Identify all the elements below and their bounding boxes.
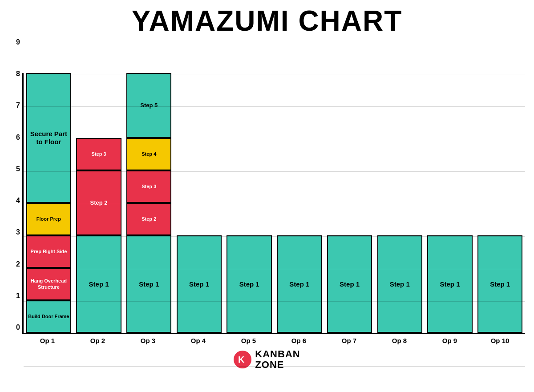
column-op-1: Build Door FrameHang Overhead StructureP…	[24, 73, 74, 333]
bar-6-0: Step 1	[327, 235, 372, 333]
x-axis-labels: Op 1Op 2Op 3Op 4Op 5Op 6Op 7Op 8Op 9Op 1…	[22, 334, 525, 344]
y-tick-6: 6	[16, 134, 20, 141]
footer: K KANBAN ZONE	[234, 349, 300, 370]
column-op-10: Step 1	[475, 235, 525, 333]
bar-1-0: Step 1	[76, 235, 121, 333]
kanban-logo: K	[234, 351, 251, 368]
x-label-op-1: Op 1	[22, 334, 73, 344]
x-label-op-4: Op 4	[173, 334, 223, 344]
y-tick-7: 7	[16, 102, 20, 109]
x-label-op-6: Op 6	[274, 334, 324, 344]
bar-2-2: Step 3	[126, 170, 171, 203]
y-tick-5: 5	[16, 166, 20, 173]
bar-0-1: Hang Overhead Structure	[26, 268, 71, 300]
y-tick-4: 4	[16, 197, 20, 204]
bar-3-0: Step 1	[177, 235, 222, 333]
chart-outer-wrap: 0123456789 Build Door FrameHang Overhead…	[9, 37, 525, 344]
footer-brand-text: KANBAN ZONE	[255, 349, 300, 370]
column-op-5: Step 1	[224, 235, 275, 333]
x-label-op-8: Op 8	[374, 334, 425, 344]
bar-1-2: Step 3	[76, 138, 121, 170]
column-op-3: Step 1Step 2Step 3Step 4Step 5	[124, 73, 174, 333]
bar-8-0: Step 1	[427, 235, 472, 333]
y-tick-2: 2	[16, 261, 20, 268]
bar-2-3: Step 4	[126, 138, 171, 170]
bar-4-0: Step 1	[227, 235, 271, 333]
y-tick-8: 8	[16, 70, 20, 77]
column-op-6: Step 1	[275, 235, 325, 333]
x-label-op-5: Op 5	[223, 334, 274, 344]
y-axis: 0123456789	[9, 39, 22, 331]
column-op-7: Step 1	[324, 235, 375, 333]
bar-5-0: Step 1	[277, 235, 322, 333]
column-op-2: Step 1Step 2Step 3	[74, 138, 124, 333]
bar-1-1: Step 2	[76, 170, 121, 235]
bar-0-0: Build Door Frame	[26, 300, 71, 333]
y-tick-9: 9	[16, 39, 20, 46]
bar-2-1: Step 2	[126, 203, 171, 235]
chart-columns: Build Door FrameHang Overhead StructureP…	[22, 73, 525, 334]
x-label-op-9: Op 9	[425, 334, 475, 344]
x-label-op-3: Op 3	[123, 334, 173, 344]
y-tick-1: 1	[16, 292, 20, 299]
y-tick-0: 0	[16, 324, 20, 331]
bar-0-2: Prep Right Side	[26, 235, 71, 268]
chart-title: YAMAZUMI CHART	[132, 4, 403, 37]
y-tick-3: 3	[16, 229, 20, 236]
x-label-op-7: Op 7	[324, 334, 374, 344]
svg-text:K: K	[238, 355, 245, 364]
column-op-9: Step 1	[425, 235, 475, 333]
column-op-4: Step 1	[174, 235, 224, 333]
bar-2-0: Step 1	[126, 235, 171, 333]
bar-0-4: Secure Part to Floor	[26, 73, 71, 203]
bar-9-0: Step 1	[477, 235, 522, 333]
x-label-op-2: Op 2	[73, 334, 123, 344]
column-op-8: Step 1	[375, 235, 425, 333]
bar-7-0: Step 1	[377, 235, 422, 333]
bar-2-4: Step 5	[126, 73, 171, 138]
x-label-op-10: Op 10	[475, 334, 525, 344]
bar-0-3: Floor Prep	[26, 203, 71, 235]
